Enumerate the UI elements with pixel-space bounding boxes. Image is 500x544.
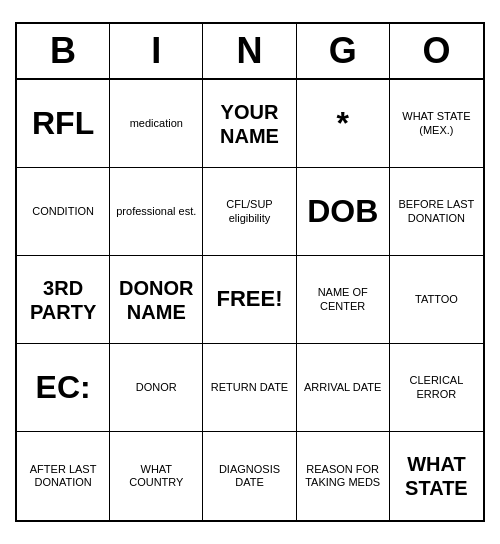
cell-text: * [336, 104, 348, 142]
cell-text: REASON FOR TAKING MEDS [301, 463, 385, 489]
bingo-cell: ARRIVAL DATE [297, 344, 390, 432]
bingo-cell: medication [110, 80, 203, 168]
cell-text: NAME OF CENTER [301, 286, 385, 312]
cell-text: WHAT COUNTRY [114, 463, 198, 489]
header-letter: G [297, 24, 390, 78]
bingo-cell: professional est. [110, 168, 203, 256]
bingo-grid: RFLmedicationYOUR NAME*WHAT STATE (MEX.)… [17, 80, 483, 520]
cell-text: BEFORE LAST DONATION [394, 198, 479, 224]
cell-text: DONOR NAME [114, 276, 198, 324]
cell-text: DONOR [136, 381, 177, 394]
bingo-cell: AFTER LAST DONATION [17, 432, 110, 520]
cell-text: EC: [36, 368, 91, 406]
cell-text: CFL/SUP eligibility [207, 198, 291, 224]
header-letter: N [203, 24, 296, 78]
bingo-cell: RFL [17, 80, 110, 168]
bingo-cell: DIAGNOSIS DATE [203, 432, 296, 520]
cell-text: medication [130, 117, 183, 130]
bingo-cell: NAME OF CENTER [297, 256, 390, 344]
bingo-cell: 3RD PARTY [17, 256, 110, 344]
cell-text: 3RD PARTY [21, 276, 105, 324]
cell-text: CLERICAL ERROR [394, 374, 479, 400]
bingo-cell: WHAT STATE (MEX.) [390, 80, 483, 168]
bingo-cell: CLERICAL ERROR [390, 344, 483, 432]
bingo-header: BINGO [17, 24, 483, 80]
cell-text: YOUR NAME [220, 100, 279, 148]
cell-text: CONDITION [32, 205, 94, 218]
cell-text: RETURN DATE [211, 381, 288, 394]
bingo-cell: TATTOO [390, 256, 483, 344]
cell-text: WHAT STATE (MEX.) [402, 110, 470, 136]
bingo-cell: REASON FOR TAKING MEDS [297, 432, 390, 520]
cell-text: AFTER LAST DONATION [21, 463, 105, 489]
cell-text: DIAGNOSIS DATE [207, 463, 291, 489]
bingo-cell: DONOR NAME [110, 256, 203, 344]
bingo-cell: WHAT STATE [390, 432, 483, 520]
header-letter: B [17, 24, 110, 78]
bingo-cell: RETURN DATE [203, 344, 296, 432]
cell-text: FREE! [216, 286, 282, 312]
bingo-cell: DONOR [110, 344, 203, 432]
cell-text: WHAT STATE [394, 452, 479, 500]
bingo-cell: CFL/SUP eligibility [203, 168, 296, 256]
cell-text: DOB [307, 192, 378, 230]
bingo-card: BINGO RFLmedicationYOUR NAME*WHAT STATE … [15, 22, 485, 522]
bingo-cell: * [297, 80, 390, 168]
bingo-cell: DOB [297, 168, 390, 256]
bingo-cell: YOUR NAME [203, 80, 296, 168]
bingo-cell: WHAT COUNTRY [110, 432, 203, 520]
cell-text: TATTOO [415, 293, 458, 306]
bingo-cell: CONDITION [17, 168, 110, 256]
cell-text: professional est. [116, 205, 196, 218]
cell-text: ARRIVAL DATE [304, 381, 381, 394]
bingo-cell: FREE! [203, 256, 296, 344]
bingo-cell: BEFORE LAST DONATION [390, 168, 483, 256]
cell-text: RFL [32, 104, 94, 142]
header-letter: I [110, 24, 203, 78]
header-letter: O [390, 24, 483, 78]
bingo-cell: EC: [17, 344, 110, 432]
